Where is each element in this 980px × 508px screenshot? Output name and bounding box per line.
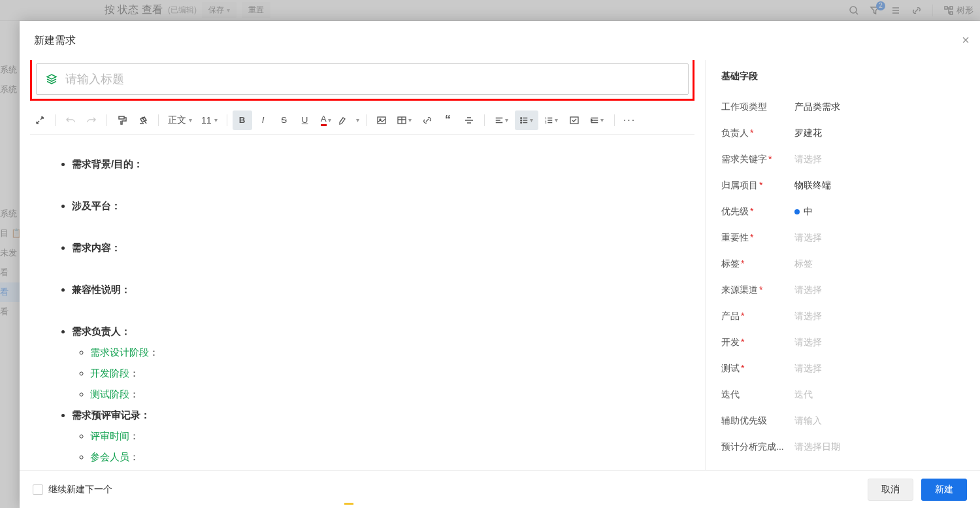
- quote-icon[interactable]: “: [438, 110, 458, 130]
- field-label: 开发*: [721, 337, 787, 348]
- field-label: 需求关键字*: [721, 154, 787, 165]
- title-input-highlight: [30, 60, 694, 101]
- continue-checkbox[interactable]: [33, 484, 43, 495]
- field-label: 归属项目*: [721, 180, 787, 192]
- more-icon[interactable]: ···: [620, 110, 640, 130]
- modal-footer: 继续新建下一个 取消 新建: [20, 470, 980, 508]
- clear-format-icon[interactable]: [133, 110, 153, 130]
- field-row[interactable]: 迭代迭代: [721, 382, 964, 408]
- field-value[interactable]: 请选择: [794, 232, 822, 244]
- editor-content[interactable]: 需求背景/目的： 涉及平台： 需求内容： 兼容性说明： 需求负责人： 需求设计阶…: [30, 135, 694, 470]
- field-row[interactable]: 标签*标签: [721, 251, 964, 277]
- field-row[interactable]: 工作项类型产品类需求: [721, 94, 964, 120]
- field-row[interactable]: 预计分析完成...请选择日期: [721, 434, 964, 460]
- field-row[interactable]: 测试*请选择: [721, 356, 964, 382]
- highlight-button[interactable]: ▾: [337, 110, 361, 130]
- checklist-icon[interactable]: [564, 110, 584, 130]
- fields-sidebar: 基础字段 工作项类型产品类需求负责人*罗建花需求关键字*请选择归属项目*物联终端…: [706, 60, 980, 470]
- indent-button[interactable]: ▾: [585, 110, 609, 130]
- field-row[interactable]: 负责人*罗建花: [721, 120, 964, 146]
- create-requirement-modal: 新建需求 ×: [20, 21, 980, 508]
- font-color-button[interactable]: A▾: [316, 110, 336, 130]
- link-button-icon[interactable]: [417, 110, 437, 130]
- field-label: 优先级*: [721, 206, 787, 218]
- template-sub: 参会人员: [90, 451, 129, 462]
- template-heading: 需求背景/目的：: [72, 158, 143, 169]
- bold-button[interactable]: B: [233, 110, 252, 130]
- field-value[interactable]: 请选择: [794, 337, 822, 348]
- template-heading: 需求内容：: [72, 242, 121, 253]
- field-row[interactable]: 优先级*中: [721, 199, 964, 225]
- template-sub: 开发阶段: [90, 367, 129, 379]
- field-value[interactable]: 产品类需求: [794, 101, 840, 113]
- svg-rect-4: [119, 116, 124, 119]
- field-value[interactable]: 请选择: [794, 311, 822, 322]
- field-label: 工作项类型: [721, 101, 787, 113]
- continue-label: 继续新建下一个: [48, 484, 112, 496]
- field-label: 标签*: [721, 258, 787, 270]
- numbered-list-button[interactable]: 123▾: [540, 110, 563, 130]
- field-value[interactable]: 请选择: [794, 284, 822, 296]
- field-row[interactable]: 归属项目*物联终端: [721, 173, 964, 199]
- title-input[interactable]: [65, 73, 679, 86]
- field-value[interactable]: 请输入: [794, 415, 822, 427]
- svg-point-10: [521, 122, 522, 123]
- cancel-button[interactable]: 取消: [868, 479, 913, 501]
- field-row[interactable]: 来源渠道*请选择: [721, 277, 964, 303]
- italic-button[interactable]: I: [253, 110, 273, 130]
- field-value[interactable]: 请选择: [794, 363, 822, 375]
- svg-rect-14: [570, 117, 578, 124]
- close-icon[interactable]: ×: [962, 33, 970, 48]
- paragraph-format-select[interactable]: 正文 ▾: [164, 110, 196, 130]
- template-sub: 测试阶段: [90, 388, 129, 399]
- modal-header: 新建需求 ×: [20, 21, 980, 60]
- align-button[interactable]: ▾: [490, 110, 514, 130]
- field-row[interactable]: 辅助优先级请输入: [721, 408, 964, 434]
- field-label: 迭代: [721, 389, 787, 401]
- field-value[interactable]: 迭代: [794, 389, 813, 401]
- field-label: 预计分析完成...: [721, 441, 787, 453]
- underline-button[interactable]: U: [295, 110, 315, 130]
- field-label: 负责人*: [721, 127, 787, 139]
- template-heading: 涉及平台：: [72, 200, 121, 211]
- template-sub: 需求设计阶段: [90, 347, 149, 358]
- chevron-down-icon: ▾: [189, 116, 192, 124]
- field-label: 测试*: [721, 363, 787, 375]
- submit-button[interactable]: 新建: [921, 479, 967, 501]
- field-value[interactable]: 请选择: [794, 154, 822, 165]
- image-icon[interactable]: [372, 110, 391, 130]
- template-heading: 需求预评审记录：: [72, 409, 150, 420]
- field-value[interactable]: 中: [794, 206, 813, 218]
- layers-icon: [46, 73, 57, 85]
- field-value[interactable]: 请选择日期: [794, 441, 840, 453]
- field-row[interactable]: 产品*请选择: [721, 303, 964, 330]
- field-label: 产品*: [721, 311, 787, 322]
- sidebar-section-title: 基础字段: [721, 71, 964, 82]
- expand-icon[interactable]: [30, 110, 50, 130]
- template-heading: 需求负责人：: [72, 326, 131, 337]
- field-row[interactable]: 开发*请选择: [721, 330, 964, 356]
- svg-text:3: 3: [545, 121, 547, 124]
- redo-icon[interactable]: [82, 110, 101, 130]
- bullet-list-button[interactable]: ▾: [515, 110, 538, 130]
- field-label: 辅助优先级: [721, 415, 787, 427]
- undo-icon[interactable]: [61, 110, 80, 130]
- format-painter-icon[interactable]: [112, 110, 132, 130]
- field-row[interactable]: 重要性*请选择: [721, 225, 964, 251]
- strikethrough-button[interactable]: S: [274, 110, 294, 130]
- field-label: 来源渠道*: [721, 284, 787, 296]
- chevron-down-icon: ▾: [214, 116, 218, 124]
- divider-icon[interactable]: [459, 110, 479, 130]
- template-sub: 评审时间: [90, 430, 129, 441]
- template-heading: 兼容性说明：: [72, 284, 131, 295]
- field-row[interactable]: 需求关键字*请选择: [721, 146, 964, 173]
- field-value[interactable]: 标签: [794, 258, 813, 270]
- editor-toolbar: 正文 ▾ 11 ▾ B I S U A▾ ▾: [30, 106, 694, 135]
- field-value[interactable]: 罗建花: [794, 127, 822, 139]
- modal-title: 新建需求: [34, 34, 76, 48]
- field-label: 重要性*: [721, 232, 787, 244]
- svg-point-9: [521, 120, 522, 121]
- font-size-select[interactable]: 11 ▾: [197, 110, 221, 130]
- table-icon[interactable]: ▾: [393, 110, 416, 130]
- field-value[interactable]: 物联终端: [794, 180, 831, 192]
